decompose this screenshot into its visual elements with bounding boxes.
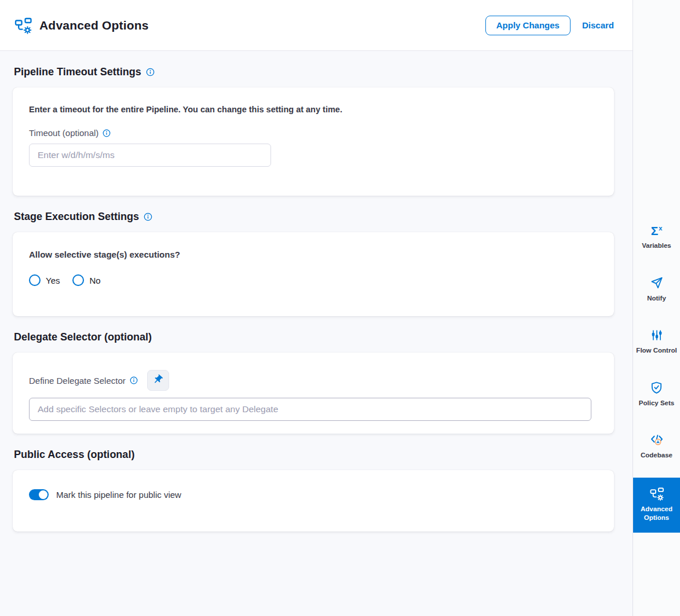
timeout-description: Enter a timeout for the entire Pipeline.… [29,105,598,114]
sidebar-item-label: Notify [647,294,666,303]
radio-circle-icon[interactable] [72,274,84,286]
delegate-label-row: Define Delegate Selector [29,370,598,391]
pin-button[interactable] [147,370,169,391]
sidebar-item-notify[interactable]: Notify [633,268,680,311]
radio-circle-icon[interactable] [29,274,41,286]
public-access-title-text: Public Access (optional) [14,449,134,461]
radio-option-yes[interactable]: Yes [29,274,60,286]
sidebar-item-label: Advanced Options [635,505,678,523]
stage-execution-title-text: Stage Execution Settings [14,211,139,223]
stage-execution-section-title: Stage Execution Settings [14,211,614,223]
delegate-field-label: Define Delegate Selector [29,376,138,386]
sidebar-item-label: Variables [642,241,671,251]
discard-button[interactable]: Discard [581,18,615,32]
delegate-field-label-text: Define Delegate Selector [29,376,126,386]
delegate-card: Define Delegate Selector [13,353,614,434]
sliders-icon [650,328,663,342]
sidebar-item-label: Policy Sets [639,399,674,408]
sidebar-item-flow-control[interactable]: Flow Control [633,320,680,364]
sigma-x-icon: Σx [651,223,663,237]
info-icon[interactable] [144,212,152,221]
info-icon[interactable] [130,376,138,384]
app-root: Advanced Options Apply Changes Discard P… [0,0,680,616]
panel-header: Advanced Options Apply Changes Discard [0,0,633,51]
radio-label-no: No [89,276,100,285]
stage-execution-card: Allow selective stage(s) executions? Yes… [13,232,614,316]
radio-option-no[interactable]: No [72,274,100,286]
pipeline-gear-icon [14,16,32,35]
public-access-section-title: Public Access (optional) [14,449,614,461]
delegate-title-text: Delegate Selector (optional) [14,331,152,343]
content-area: Pipeline Timeout Settings Enter a timeou… [0,51,633,616]
main-panel: Advanced Options Apply Changes Discard P… [0,0,633,616]
public-view-toggle[interactable] [29,489,49,500]
toggle-knob [39,490,47,499]
public-access-card: Mark this pipeline for public view [13,470,614,531]
sidebar-item-advanced-options[interactable]: Advanced Options [633,478,680,533]
stage-execution-radio-group: Yes No [29,274,598,299]
delegate-section-title: Delegate Selector (optional) [14,331,614,343]
pipeline-gear-icon [649,487,664,501]
sidebar-item-label: Flow Control [636,346,677,355]
sidebar-item-policy-sets[interactable]: Policy Sets [633,373,680,416]
code-warning-icon [650,433,664,447]
paper-plane-icon [650,276,663,290]
info-icon[interactable] [146,68,155,76]
pin-icon [152,374,163,387]
info-icon[interactable] [103,129,111,137]
sidebar-item-label: Codebase [641,451,672,460]
timeout-field-label-text: Timeout (optional) [29,128,98,138]
delegate-selector-input[interactable] [29,398,591,421]
header-left: Advanced Options [14,16,149,35]
right-sidebar: Σx Variables Notify Flow Control [633,0,680,616]
public-access-toggle-row: Mark this pipeline for public view [29,489,598,500]
apply-changes-button[interactable]: Apply Changes [485,16,571,35]
timeout-card: Enter a timeout for the entire Pipeline.… [13,87,614,196]
timeout-input[interactable] [29,144,271,167]
timeout-section-title: Pipeline Timeout Settings [14,66,614,78]
public-view-toggle-label: Mark this pipeline for public view [56,490,181,500]
sidebar-item-variables[interactable]: Σx Variables [633,215,680,259]
radio-label-yes: Yes [46,276,60,285]
page-title: Advanced Options [39,19,149,32]
shield-check-icon [650,381,663,395]
header-actions: Apply Changes Discard [485,16,615,35]
sidebar-item-codebase[interactable]: Codebase [633,425,680,468]
stage-execution-question: Allow selective stage(s) executions? [29,250,598,259]
timeout-section-title-text: Pipeline Timeout Settings [14,66,141,78]
timeout-field-label: Timeout (optional) [29,128,598,138]
